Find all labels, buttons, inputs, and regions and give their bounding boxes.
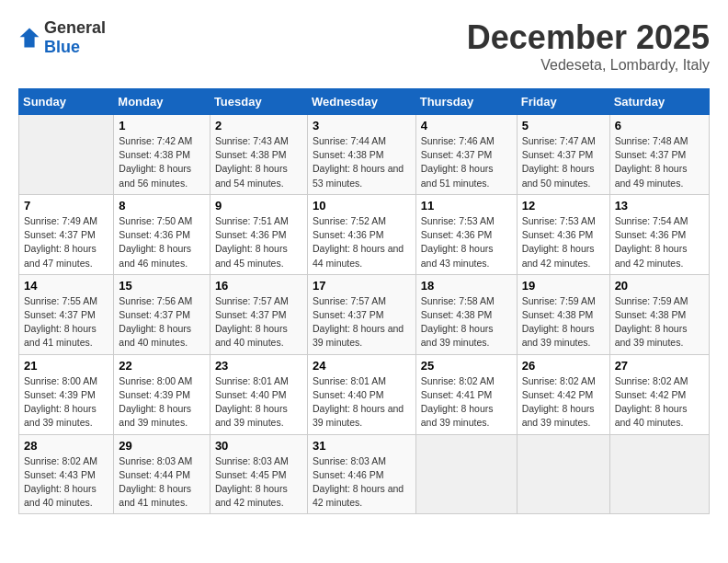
logo-general-text: General [44, 18, 106, 37]
calendar-cell: 23Sunrise: 8:01 AMSunset: 4:40 PMDayligh… [210, 354, 307, 434]
day-number: 16 [215, 279, 302, 293]
day-info: Sunrise: 8:02 AMSunset: 4:42 PMDaylight:… [615, 374, 704, 431]
calendar-cell: 11Sunrise: 7:53 AMSunset: 4:36 PMDayligh… [415, 194, 517, 274]
day-number: 19 [522, 279, 605, 293]
day-info: Sunrise: 7:44 AMSunset: 4:38 PMDaylight:… [313, 134, 411, 190]
calendar-cell: 30Sunrise: 8:03 AMSunset: 4:45 PMDayligh… [210, 434, 307, 514]
day-info: Sunrise: 7:57 AMSunset: 4:37 PMDaylight:… [215, 294, 302, 350]
calendar-cell: 24Sunrise: 8:01 AMSunset: 4:40 PMDayligh… [307, 354, 415, 434]
day-number: 1 [119, 119, 205, 132]
page-header: General Blue December 2025 Vedeseta, Lom… [18, 18, 710, 74]
day-info: Sunrise: 8:01 AMSunset: 4:40 PMDaylight:… [215, 374, 302, 431]
day-info: Sunrise: 7:55 AMSunset: 4:37 PMDaylight:… [24, 294, 108, 350]
day-info: Sunrise: 7:47 AMSunset: 4:37 PMDaylight:… [522, 134, 605, 190]
calendar-cell: 14Sunrise: 7:55 AMSunset: 4:37 PMDayligh… [19, 274, 114, 354]
day-number: 5 [522, 119, 605, 132]
day-number: 14 [24, 279, 108, 293]
day-info: Sunrise: 7:59 AMSunset: 4:38 PMDaylight:… [615, 294, 704, 350]
day-info: Sunrise: 7:56 AMSunset: 4:37 PMDaylight:… [119, 294, 205, 350]
day-number: 15 [119, 279, 205, 293]
calendar-cell: 15Sunrise: 7:56 AMSunset: 4:37 PMDayligh… [114, 274, 210, 354]
calendar-cell: 25Sunrise: 8:02 AMSunset: 4:41 PMDayligh… [415, 354, 517, 434]
day-info: Sunrise: 7:50 AMSunset: 4:36 PMDaylight:… [119, 214, 205, 270]
day-number: 12 [522, 199, 605, 213]
day-info: Sunrise: 7:42 AMSunset: 4:38 PMDaylight:… [119, 134, 205, 190]
calendar-cell: 19Sunrise: 7:59 AMSunset: 4:38 PMDayligh… [517, 274, 609, 354]
day-number: 2 [215, 119, 302, 132]
logo-icon [18, 27, 40, 49]
day-number: 26 [522, 359, 605, 373]
calendar-cell: 6Sunrise: 7:48 AMSunset: 4:37 PMDaylight… [609, 115, 709, 195]
day-number: 30 [215, 439, 302, 453]
day-number: 17 [313, 279, 411, 293]
calendar-cell: 8Sunrise: 7:50 AMSunset: 4:36 PMDaylight… [114, 194, 210, 274]
day-info: Sunrise: 7:53 AMSunset: 4:36 PMDaylight:… [421, 214, 512, 270]
calendar-cell: 13Sunrise: 7:54 AMSunset: 4:36 PMDayligh… [609, 194, 709, 274]
calendar-week-row: 21Sunrise: 8:00 AMSunset: 4:39 PMDayligh… [19, 354, 710, 434]
day-number: 27 [615, 359, 704, 373]
day-of-week-header: Sunday [19, 89, 114, 115]
calendar-week-row: 1Sunrise: 7:42 AMSunset: 4:38 PMDaylight… [19, 115, 710, 195]
day-number: 24 [313, 359, 411, 373]
day-number: 28 [24, 439, 108, 453]
logo-blue-text: Blue [44, 38, 80, 56]
calendar-week-row: 14Sunrise: 7:55 AMSunset: 4:37 PMDayligh… [19, 274, 710, 354]
day-of-week-header: Thursday [415, 89, 517, 115]
day-info: Sunrise: 7:53 AMSunset: 4:36 PMDaylight:… [522, 214, 605, 270]
calendar-cell: 21Sunrise: 8:00 AMSunset: 4:39 PMDayligh… [19, 354, 114, 434]
day-number: 13 [615, 199, 704, 213]
day-number: 8 [119, 199, 205, 213]
calendar-cell: 12Sunrise: 7:53 AMSunset: 4:36 PMDayligh… [517, 194, 609, 274]
day-info: Sunrise: 8:03 AMSunset: 4:46 PMDaylight:… [313, 454, 411, 511]
header-row: SundayMondayTuesdayWednesdayThursdayFrid… [19, 89, 710, 115]
location-subtitle: Vedeseta, Lombardy, Italy [467, 57, 710, 74]
day-number: 18 [421, 279, 512, 293]
day-info: Sunrise: 7:58 AMSunset: 4:38 PMDaylight:… [421, 294, 512, 350]
day-info: Sunrise: 7:51 AMSunset: 4:36 PMDaylight:… [215, 214, 302, 270]
svg-marker-0 [20, 29, 40, 48]
calendar-cell: 10Sunrise: 7:52 AMSunset: 4:36 PMDayligh… [307, 194, 415, 274]
calendar-cell: 20Sunrise: 7:59 AMSunset: 4:38 PMDayligh… [609, 274, 709, 354]
day-number: 25 [421, 359, 512, 373]
title-area: December 2025 Vedeseta, Lombardy, Italy [467, 18, 710, 74]
calendar-week-row: 28Sunrise: 8:02 AMSunset: 4:43 PMDayligh… [19, 434, 710, 514]
day-number: 10 [313, 199, 411, 213]
day-number: 20 [615, 279, 704, 293]
day-info: Sunrise: 7:49 AMSunset: 4:37 PMDaylight:… [24, 214, 108, 270]
calendar-cell: 4Sunrise: 7:46 AMSunset: 4:37 PMDaylight… [415, 115, 517, 195]
day-info: Sunrise: 8:03 AMSunset: 4:45 PMDaylight:… [215, 454, 302, 511]
calendar-cell: 26Sunrise: 8:02 AMSunset: 4:42 PMDayligh… [517, 354, 609, 434]
calendar-cell: 16Sunrise: 7:57 AMSunset: 4:37 PMDayligh… [210, 274, 307, 354]
day-of-week-header: Friday [517, 89, 609, 115]
day-info: Sunrise: 8:02 AMSunset: 4:41 PMDaylight:… [421, 374, 512, 431]
calendar-cell: 5Sunrise: 7:47 AMSunset: 4:37 PMDaylight… [517, 115, 609, 195]
calendar-cell: 28Sunrise: 8:02 AMSunset: 4:43 PMDayligh… [19, 434, 114, 514]
day-info: Sunrise: 8:00 AMSunset: 4:39 PMDaylight:… [119, 374, 205, 431]
day-number: 9 [215, 199, 302, 213]
calendar-cell [517, 434, 609, 514]
day-number: 23 [215, 359, 302, 373]
calendar-cell: 7Sunrise: 7:49 AMSunset: 4:37 PMDaylight… [19, 194, 114, 274]
day-of-week-header: Monday [114, 89, 210, 115]
day-of-week-header: Saturday [609, 89, 709, 115]
day-number: 4 [421, 119, 512, 132]
day-info: Sunrise: 7:43 AMSunset: 4:38 PMDaylight:… [215, 134, 302, 190]
day-info: Sunrise: 7:57 AMSunset: 4:37 PMDaylight:… [313, 294, 411, 350]
day-number: 11 [421, 199, 512, 213]
calendar-cell: 29Sunrise: 8:03 AMSunset: 4:44 PMDayligh… [114, 434, 210, 514]
calendar-cell: 31Sunrise: 8:03 AMSunset: 4:46 PMDayligh… [307, 434, 415, 514]
day-of-week-header: Wednesday [307, 89, 415, 115]
calendar-table: SundayMondayTuesdayWednesdayThursdayFrid… [18, 88, 710, 514]
calendar-cell [609, 434, 709, 514]
logo: General Blue [18, 18, 106, 57]
calendar-cell [19, 115, 114, 195]
day-number: 22 [119, 359, 205, 373]
day-info: Sunrise: 8:03 AMSunset: 4:44 PMDaylight:… [119, 454, 205, 511]
calendar-cell: 18Sunrise: 7:58 AMSunset: 4:38 PMDayligh… [415, 274, 517, 354]
calendar-cell [415, 434, 517, 514]
day-info: Sunrise: 7:48 AMSunset: 4:37 PMDaylight:… [615, 134, 704, 190]
day-info: Sunrise: 7:52 AMSunset: 4:36 PMDaylight:… [313, 214, 411, 270]
day-info: Sunrise: 8:00 AMSunset: 4:39 PMDaylight:… [24, 374, 108, 431]
calendar-cell: 17Sunrise: 7:57 AMSunset: 4:37 PMDayligh… [307, 274, 415, 354]
day-info: Sunrise: 8:02 AMSunset: 4:43 PMDaylight:… [24, 454, 108, 511]
